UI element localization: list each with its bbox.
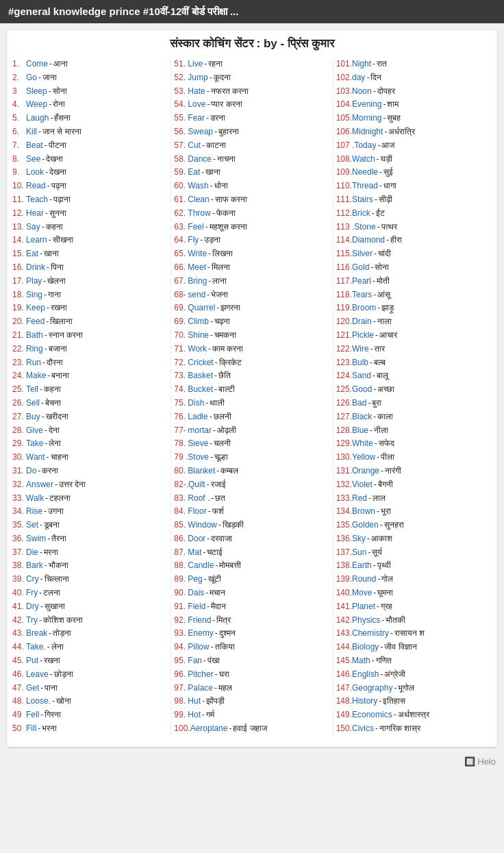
- word-english: Violet: [352, 478, 373, 492]
- dash-separator: -: [373, 559, 376, 573]
- item-number: 122.: [336, 343, 352, 356]
- word-hindi: धागा: [383, 180, 396, 193]
- word-hindi: नाचना: [217, 153, 236, 166]
- word-english: Ladle: [188, 410, 207, 424]
- item-number: 85.: [174, 519, 188, 532]
- word-hindi: हँसना: [54, 112, 71, 125]
- item-number: 138.: [336, 559, 352, 573]
- word-english: Do: [26, 465, 36, 478]
- dash-separator: -: [49, 85, 51, 99]
- item-number: 108.: [336, 153, 352, 166]
- word-english: White: [352, 437, 373, 451]
- item-number: 67.: [174, 275, 188, 288]
- dash-separator: -: [55, 478, 58, 492]
- word-hindi: सुई: [383, 166, 393, 180]
- word-english: send: [188, 288, 205, 302]
- word-english: Field: [188, 600, 205, 614]
- item-number: 75.: [174, 397, 188, 410]
- dash-separator: -: [44, 288, 47, 302]
- word-hindi: मोमबत्ती: [219, 559, 241, 573]
- word-english: Diamond: [352, 234, 385, 247]
- item-number: 141.: [336, 600, 352, 614]
- list-item: 46. Leave - छोड़ना: [12, 668, 168, 682]
- word-hindi: सूर्य: [372, 546, 382, 560]
- dash-separator: -: [379, 166, 382, 180]
- list-item: 3 Sleep - सोना: [12, 85, 168, 99]
- item-number: 58.: [174, 153, 188, 166]
- dash-separator: -: [377, 505, 379, 519]
- word-hindi: फर्श: [212, 505, 224, 519]
- dash-separator: -: [47, 301, 49, 315]
- dash-separator: -: [203, 546, 205, 560]
- item-number: 92.: [174, 614, 188, 628]
- word-english: Go: [26, 71, 37, 85]
- word-hindi: पाना: [45, 682, 58, 695]
- word-english: Drain: [352, 315, 372, 329]
- dash-separator: -: [207, 478, 210, 492]
- word-english: Cricket: [188, 356, 213, 370]
- item-number: 111.: [336, 193, 352, 207]
- dash-separator: -: [45, 437, 47, 451]
- list-item: 92. Friend - मित्र: [174, 614, 329, 628]
- word-hindi: मित्र: [216, 614, 231, 628]
- list-item: 77- mortar - ओढ़ली: [174, 424, 329, 438]
- word-english: Say: [26, 221, 40, 234]
- list-item: 116. Gold - सोना: [336, 261, 492, 275]
- word-english: Jump: [188, 71, 207, 85]
- dash-separator: -: [207, 600, 210, 614]
- item-number: 79 .: [174, 451, 188, 465]
- dash-separator: -: [210, 71, 212, 85]
- word-english: Thread: [352, 180, 378, 193]
- dash-separator: -: [40, 654, 42, 668]
- item-number: 102.: [336, 71, 352, 85]
- word-english: Hut: [188, 695, 201, 708]
- word-hindi: आना: [53, 58, 68, 71]
- item-number: 130.: [336, 451, 352, 465]
- item-number: 4.: [12, 98, 26, 112]
- list-item: 56. Sweap - बुहारना: [174, 125, 329, 139]
- dash-separator: -: [46, 315, 49, 329]
- item-number: 39.: [12, 573, 26, 586]
- dash-separator: -: [384, 125, 387, 139]
- word-hindi: उड़ना: [204, 234, 220, 247]
- word-hindi: चूल्हा: [214, 451, 228, 465]
- item-number: 93.: [174, 627, 188, 641]
- dash-separator: -: [39, 586, 42, 600]
- word-english: Brown: [352, 505, 375, 519]
- item-number: 41.: [12, 600, 26, 614]
- word-english: Gold: [352, 261, 369, 275]
- word-english: Pearl: [352, 275, 371, 288]
- word-hindi: स्नान करना: [49, 329, 83, 343]
- dash-separator: -: [373, 275, 375, 288]
- item-number: 89.: [174, 573, 188, 586]
- dash-separator: -: [40, 573, 43, 586]
- dash-separator: -: [214, 369, 217, 383]
- item-number: 42.: [12, 614, 26, 628]
- item-number: 13.: [12, 221, 26, 234]
- list-item: 5. Laugh - हँसना: [12, 112, 168, 125]
- word-hindi: करना: [42, 465, 58, 478]
- list-item: 74. Bucket - बाल्टी: [174, 383, 329, 397]
- list-item: 97. Palace - महल: [174, 682, 329, 695]
- word-english: Eat: [188, 166, 200, 180]
- dash-separator: -: [377, 600, 379, 614]
- word-english: Shine: [188, 329, 209, 343]
- word-hindi: ओढ़ली: [217, 424, 236, 438]
- word-hindi: आचार: [379, 329, 397, 343]
- list-item: 41. Dry - सुखाना: [12, 600, 168, 614]
- word-hindi: रासायन श: [394, 627, 425, 641]
- list-item: 30. Want - चाहना: [12, 451, 168, 465]
- dash-separator: -: [210, 451, 213, 465]
- word-english: Fly: [188, 234, 199, 247]
- dash-separator: -: [368, 492, 371, 506]
- word-hindi: रात: [377, 58, 387, 71]
- item-number: 49: [12, 708, 26, 722]
- item-number: 76.: [174, 410, 188, 424]
- dash-separator: -: [38, 722, 40, 736]
- dash-separator: -: [38, 71, 41, 85]
- word-english: Evening: [352, 98, 381, 112]
- word-hindi: कहना: [46, 221, 63, 234]
- dash-separator: -: [380, 641, 383, 654]
- list-item: 22. Ring - बजाना: [12, 343, 168, 356]
- item-number: 114.: [336, 234, 352, 247]
